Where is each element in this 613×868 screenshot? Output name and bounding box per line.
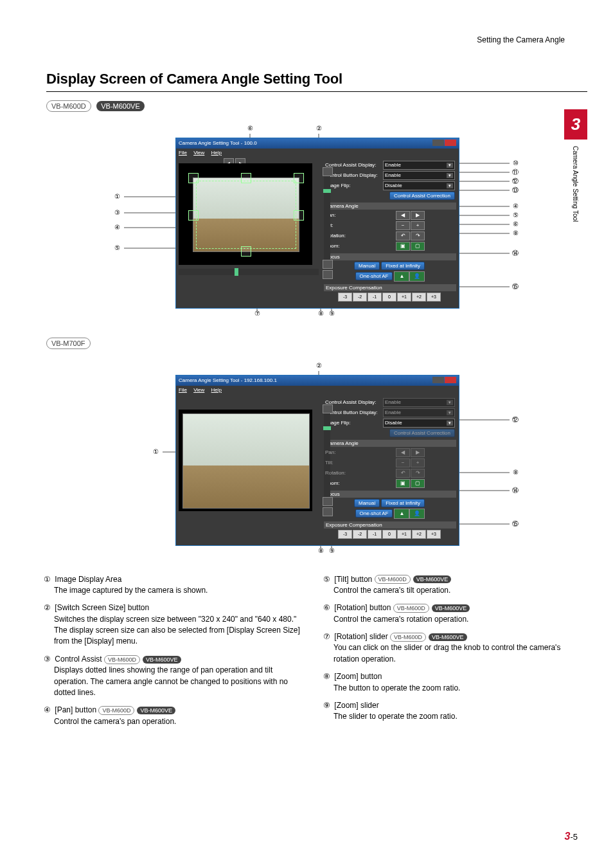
focus-fixed-button[interactable]: Fixed at Infinity [381, 499, 425, 507]
label-zoom: Zoom: [325, 243, 383, 249]
label-rot: Rotation: [325, 233, 383, 239]
rotation-handle[interactable] [188, 173, 199, 183]
pill-m600ve: VB-M600VE [143, 656, 181, 664]
pill-vb-m600d: VB-M600D [46, 100, 91, 112]
callout-num: ⑤ [511, 211, 520, 220]
select-flip[interactable]: Disable▾ [383, 419, 455, 428]
focus-oneshot-button[interactable]: One-shot AF [355, 509, 393, 518]
menu-help[interactable]: Help [211, 387, 222, 393]
zoom-buttons[interactable]: ▣▢ [396, 479, 425, 488]
focus-far-icon[interactable]: 👤 [409, 509, 425, 519]
zoom-out-icon[interactable] [323, 497, 333, 506]
label-flip: Image Flip: [325, 420, 383, 426]
menu-view[interactable]: View [193, 150, 204, 156]
label-cad: Control Assist Display: [325, 399, 383, 405]
side-tab-label: Camera Angle Setting Tool [564, 146, 579, 222]
exposure-bar[interactable]: -3-2-10+1+2+3 [338, 293, 441, 302]
menu-bar[interactable]: File View Help [176, 149, 459, 157]
desc-num: ① [44, 574, 53, 585]
callout-num: ② [314, 125, 323, 132]
zoom-buttons[interactable]: ▣▢ [396, 242, 425, 251]
desc-num: ② [44, 602, 53, 613]
callout-num: ⑮ [511, 282, 520, 291]
control-assist-correction-button[interactable]: Control Assist Correction [389, 192, 455, 200]
pill-m600d: VB-M600D [98, 706, 134, 715]
chevron-down-icon[interactable]: ▾ [447, 173, 453, 178]
focus-oneshot-button[interactable]: One-shot AF [355, 272, 393, 280]
focus-manual-button[interactable]: Manual [354, 262, 380, 270]
desc-body: The slider to operate the zoom ratio. [333, 711, 587, 722]
zoom-button[interactable] [323, 507, 333, 516]
zoom-button[interactable] [323, 270, 333, 279]
chevron-down-icon[interactable]: ▾ [447, 420, 453, 426]
callout-num: ⑩ [511, 159, 520, 168]
desc-item: ⑧ [Zoom] button The button to operate th… [323, 671, 587, 694]
desc-item: ③ Control Assist VB-M600DVB-M600VEDispla… [44, 654, 308, 699]
desc-title: [Switch Screen Size] button [55, 603, 149, 612]
image-display-area[interactable] [179, 410, 312, 511]
rotation-buttons[interactable]: ↶↷ [396, 231, 425, 240]
right-panel: Control Assist Display: Enable▾ Control … [321, 394, 459, 545]
focus-far-icon[interactable]: 👤 [409, 271, 425, 282]
figure-1: ⑥ ② ① ③ ④ ⑤ ⑩ ⑪ ⑫ ⑬ ④ ⑤ ⑥ ⑧ ⑭ ⑮ ⑦ ⑧ ⑨ Ca… [98, 125, 535, 318]
image-display-area[interactable] [179, 163, 312, 265]
section-title: Display Screen of Camera Angle Setting T… [46, 71, 587, 87]
select-cbd[interactable]: Enable▾ [383, 171, 455, 180]
callout-num: ⑨ [327, 310, 336, 317]
window-buttons[interactable] [432, 377, 456, 384]
tilt-handle-top[interactable] [241, 173, 251, 183]
chevron-down-icon[interactable]: ▾ [447, 183, 453, 188]
label-tilt: Tilt: [325, 222, 383, 228]
section-camera-angle: Camera Angle [324, 440, 456, 447]
callout-num: ⑫ [511, 177, 520, 186]
chevron-down-icon[interactable]: ▾ [447, 163, 453, 168]
zoom-in-icon[interactable] [323, 167, 333, 176]
focus-near-icon[interactable]: ▲ [394, 271, 409, 282]
tilt-handle-bottom[interactable] [241, 246, 251, 257]
rotation-slider[interactable] [179, 269, 319, 275]
select-cad[interactable]: Enable▾ [383, 161, 455, 170]
desc-item: ④ [Pan] button VB-M600DVB-M600VEControl … [44, 705, 308, 727]
focus-fixed-button[interactable]: Fixed at Infinity [381, 262, 425, 270]
desc-body: Control the camera's tilt operation. [333, 585, 587, 596]
desc-item: ⑥ [Rotation] button VB-M600DVB-M600VECon… [323, 602, 587, 625]
focus-manual-button[interactable]: Manual [354, 499, 380, 507]
rotation-handle[interactable] [294, 173, 304, 183]
callout-num: ① [112, 192, 121, 201]
zoom-in-icon[interactable] [323, 404, 333, 413]
desc-title: Control Assist [55, 655, 102, 664]
desc-num: ⑤ [323, 574, 332, 585]
menu-help[interactable]: Help [211, 150, 222, 156]
focus-near-icon[interactable]: ▲ [394, 509, 409, 519]
tilt-buttons[interactable]: −+ [396, 221, 425, 230]
callout-num: ⑫ [511, 415, 520, 424]
label-pan: Pan: [325, 212, 383, 218]
callout-num: ② [314, 362, 323, 369]
menu-file[interactable]: File [179, 387, 187, 393]
pill-m600d: VB-M600D [393, 604, 429, 613]
callout-num: ④ [511, 202, 520, 211]
select-flip[interactable]: Disable▾ [383, 181, 455, 190]
menu-file[interactable]: File [179, 150, 187, 156]
desc-title: [Rotation] slider [334, 632, 387, 641]
callout-num: ③ [112, 208, 121, 217]
exposure-bar[interactable]: -3-2-10+1+2+3 [338, 530, 441, 539]
callout-num: ⑧ [316, 547, 325, 554]
menu-bar[interactable]: File View Help [176, 386, 459, 394]
zoom-slider[interactable] [324, 176, 330, 260]
window-buttons[interactable] [432, 140, 456, 147]
left-panel: ◂ ▸ [176, 157, 321, 308]
callout-num: ⑧ [511, 468, 520, 477]
label-zoom: Zoom: [325, 480, 383, 486]
callout-num: ⑪ [511, 168, 520, 177]
menu-view[interactable]: View [193, 387, 204, 393]
callout-num: ⑨ [327, 547, 336, 554]
desc-title: [Zoom] slider [334, 701, 378, 710]
breadcrumb: Setting the Camera Angle [477, 35, 565, 44]
desc-title: [Pan] button [55, 705, 96, 714]
pan-handle-right[interactable] [294, 210, 304, 221]
desc-col-left: ① Image Display Area The image captured … [44, 574, 308, 734]
pan-handle-left[interactable] [188, 210, 199, 221]
pan-buttons[interactable]: ◀▶ [396, 211, 425, 220]
zoom-out-icon[interactable] [323, 260, 333, 269]
